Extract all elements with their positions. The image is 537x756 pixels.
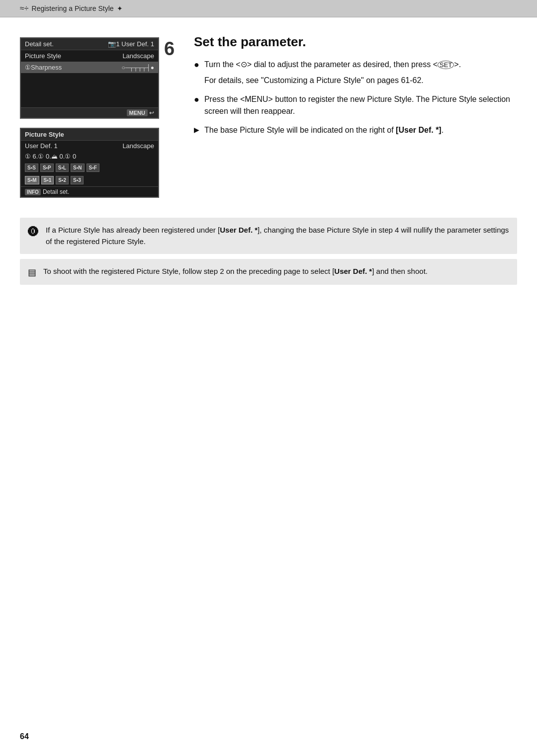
header-superscript: ✦ bbox=[117, 4, 123, 12]
main-content: 6 Detail set. 📷1 User Def. 1 Picture Sty… bbox=[0, 17, 537, 198]
screen2-icons-row2: S▪M S▪1 S▪2 S▪3 bbox=[21, 174, 158, 186]
style-icon-2: S▪2 bbox=[56, 176, 69, 184]
screen1-row1: Picture Style Landscape bbox=[21, 50, 158, 62]
bullet-arrow-3: ▶ bbox=[194, 126, 199, 134]
screen1-header: Detail set. 📷1 User Def. 1 bbox=[21, 38, 158, 50]
bullet-dot-1: ● bbox=[194, 60, 199, 70]
screen2: Picture Style User Def. 1 Landscape ① 6.… bbox=[20, 128, 159, 198]
left-column: Detail set. 📷1 User Def. 1 Picture Style… bbox=[20, 37, 164, 198]
notes-section: ⓿ If a Picture Style has already been re… bbox=[0, 218, 537, 305]
note-box-1: ⓿ If a Picture Style has already been re… bbox=[20, 218, 517, 254]
screen1-empty3 bbox=[21, 96, 158, 107]
instruction-3: ▶ The base Picture Style will be indicat… bbox=[194, 124, 517, 136]
screen2-values: ① 6.① 0.⛰ 0.① 0 bbox=[25, 153, 76, 160]
note-box-2: ▤ To shoot with the registered Picture S… bbox=[20, 259, 517, 285]
note-icon-2: ▤ bbox=[28, 267, 36, 278]
screen2-landscape-label: Landscape bbox=[122, 142, 154, 150]
style-icon-3: S▪3 bbox=[71, 176, 84, 184]
instruction-1: ● Turn the <⊙> dial to adjust the parame… bbox=[194, 59, 517, 86]
screen2-header-text: Picture Style bbox=[25, 131, 64, 138]
screen1-sharpness-row: ①Sharpness ○─┬┬┬┬┤● bbox=[21, 62, 158, 73]
screen1-sharpness-label: ①Sharpness bbox=[25, 64, 62, 71]
screen1-header-left: Detail set. bbox=[25, 40, 54, 48]
header-icon: ≈÷ bbox=[20, 4, 29, 13]
style-icon-1: S▪1 bbox=[41, 176, 54, 184]
screen1-empty2 bbox=[21, 84, 158, 96]
page-container: ≈÷ Registering a Picture Style ✦ 6 Detai… bbox=[0, 0, 537, 756]
style-icon-p: S▪P bbox=[40, 164, 54, 172]
screen2-icons-row1: S▪S S▪P S▪L S▪N S▪F bbox=[21, 162, 158, 174]
header-text: Registering a Picture Style bbox=[32, 4, 114, 12]
step-title: Set the parameter. bbox=[194, 34, 517, 50]
step-number: 6 bbox=[164, 38, 175, 60]
instruction-text-1: Turn the <⊙> dial to adjust the paramete… bbox=[204, 59, 461, 86]
screen2-userdef-label: User Def. 1 bbox=[25, 142, 58, 150]
page-number: 64 bbox=[20, 732, 29, 741]
instruction-text-2: Press the <MENU> button to register the … bbox=[204, 93, 517, 117]
style-icon-n: S▪N bbox=[71, 164, 84, 172]
screen1-picture-style-label: Picture Style bbox=[25, 52, 61, 60]
note-text-2: To shoot with the registered Picture Sty… bbox=[43, 266, 428, 277]
screen1-picture-style-value: Landscape bbox=[122, 52, 154, 60]
header-bar: ≈÷ Registering a Picture Style ✦ bbox=[0, 0, 537, 17]
style-icon-f: S▪F bbox=[87, 164, 99, 172]
screen1-menu-btn: MENU bbox=[127, 109, 148, 116]
instruction-text-3: The base Picture Style will be indicated… bbox=[204, 124, 444, 136]
screen2-footer-text: Detail set. bbox=[43, 188, 69, 195]
right-column: Set the parameter. ● Turn the <⊙> dial t… bbox=[179, 32, 517, 198]
instruction-2: ● Press the <MENU> button to register th… bbox=[194, 93, 517, 117]
style-icon-m: S▪M bbox=[25, 176, 39, 184]
screen1-header-right: 📷1 User Def. 1 bbox=[108, 40, 154, 48]
screen2-footer: INFO Detail set. bbox=[21, 186, 158, 197]
screen2-row1: User Def. 1 Landscape bbox=[21, 141, 158, 151]
screen1: Detail set. 📷1 User Def. 1 Picture Style… bbox=[20, 37, 159, 119]
style-icon-s: S▪S bbox=[25, 164, 38, 172]
screen2-header: Picture Style bbox=[21, 129, 158, 141]
screen1-empty1 bbox=[21, 73, 158, 84]
instruction-note-1: For details, see "Customizing a Picture … bbox=[204, 75, 461, 86]
screen1-footer: MENU ↩ bbox=[21, 107, 158, 118]
note-text-1: If a Picture Style has already been regi… bbox=[46, 225, 509, 247]
screen2-info-btn: INFO bbox=[25, 189, 41, 195]
bullet-dot-2: ● bbox=[194, 94, 199, 105]
screen1-footer-arrow: ↩ bbox=[149, 109, 154, 116]
screen2-row2: ① 6.① 0.⛰ 0.① 0 bbox=[21, 151, 158, 162]
note-icon-1: ⓿ bbox=[28, 226, 39, 239]
style-icon-l: S▪L bbox=[56, 164, 69, 172]
screen1-slider: ○─┬┬┬┬┤● bbox=[121, 64, 154, 71]
user-def-bold: [User Def. *] bbox=[396, 126, 442, 134]
